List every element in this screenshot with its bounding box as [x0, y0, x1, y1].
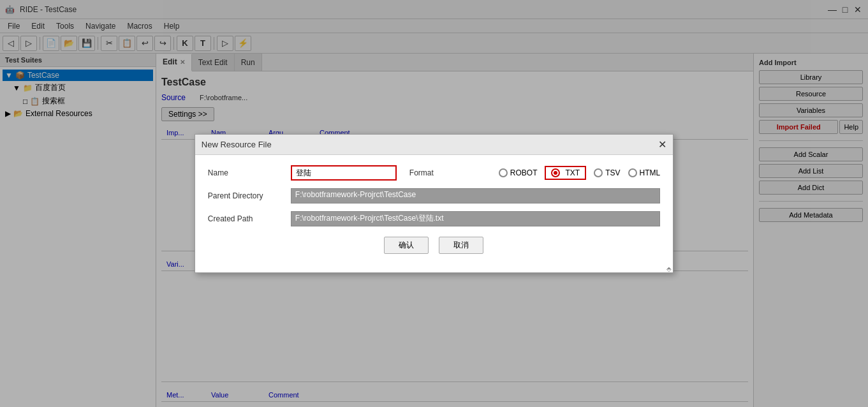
modal-body: Name Format ROBOT TXT	[195, 155, 673, 264]
format-robot-label: ROBOT	[510, 168, 538, 177]
format-html-label: HTML	[640, 168, 661, 177]
modal-overlay: New Resource File ✕ Name Format ROBOT	[0, 0, 868, 407]
format-tsv-option[interactable]: TSV	[594, 168, 620, 177]
parent-dir-value: F:\robotframework-Projrct\TestCase	[291, 188, 660, 204]
radio-txt[interactable]	[551, 168, 560, 177]
modal-titlebar: New Resource File ✕	[195, 135, 673, 155]
new-resource-file-dialog: New Resource File ✕ Name Format ROBOT	[195, 134, 673, 273]
radio-tsv[interactable]	[594, 168, 603, 177]
confirm-button[interactable]: 确认	[384, 237, 429, 254]
format-label: Format	[409, 168, 492, 177]
parent-dir-label: Parent Directory	[208, 191, 291, 200]
cancel-button[interactable]: 取消	[439, 237, 483, 254]
radio-robot[interactable]	[499, 168, 508, 177]
created-path-label: Created Path	[208, 214, 291, 223]
modal-title: New Resource File	[202, 140, 272, 149]
radio-html[interactable]	[628, 168, 637, 177]
format-html-option[interactable]: HTML	[628, 168, 661, 177]
name-label: Name	[208, 168, 291, 177]
modal-close-button[interactable]: ✕	[658, 138, 666, 151]
name-input[interactable]	[291, 165, 397, 181]
modal-buttons: 确认 取消	[208, 237, 660, 254]
format-txt-box[interactable]: TXT	[545, 166, 586, 180]
created-path-value: F:\robotframework-Projrct\TestCase\登陆.tx…	[291, 211, 660, 226]
format-group: ROBOT TXT TSV HTML	[499, 166, 660, 180]
parent-dir-row: Parent Directory F:\robotframework-Projr…	[208, 188, 660, 204]
resize-icon: ⬘	[666, 265, 672, 272]
resize-corner: ⬘	[195, 264, 673, 272]
format-txt-label: TXT	[565, 168, 580, 177]
created-path-row: Created Path F:\robotframework-Projrct\T…	[208, 211, 660, 226]
format-tsv-label: TSV	[605, 168, 620, 177]
format-robot-option[interactable]: ROBOT	[499, 168, 538, 177]
name-format-row: Name Format ROBOT TXT	[208, 165, 660, 181]
